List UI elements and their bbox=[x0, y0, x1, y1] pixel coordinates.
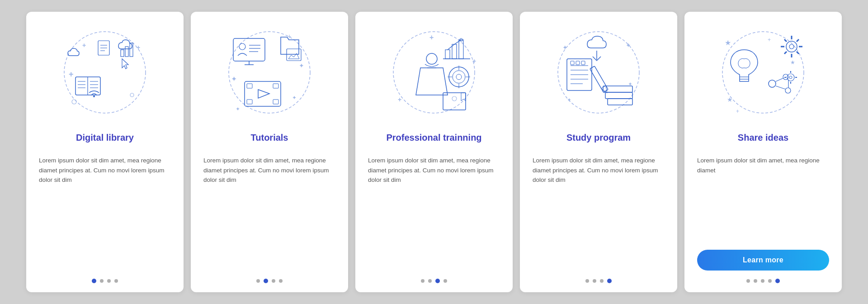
dot-5 bbox=[775, 279, 780, 283]
svg-rect-79 bbox=[605, 92, 632, 99]
svg-text:✦: ✦ bbox=[626, 42, 631, 49]
dot-2 bbox=[428, 279, 432, 283]
dot-2 bbox=[593, 279, 596, 283]
svg-point-85 bbox=[722, 32, 804, 113]
svg-line-97 bbox=[784, 52, 787, 54]
svg-point-104 bbox=[769, 80, 776, 87]
svg-text:★: ★ bbox=[790, 59, 795, 66]
svg-text:+: + bbox=[82, 42, 86, 49]
card-tutorials-title: Tutorials bbox=[251, 126, 288, 149]
svg-marker-10 bbox=[122, 59, 128, 69]
svg-text:✦: ✦ bbox=[231, 75, 237, 83]
cards-container: + + + Digital library Lorem ipsum dolor … bbox=[23, 12, 845, 292]
card-digital-library: + + + Digital library Lorem ipsum dolor … bbox=[26, 12, 184, 292]
svg-line-96 bbox=[797, 39, 799, 42]
svg-rect-47 bbox=[459, 40, 463, 59]
study-program-illustration: ✦ ✦ ✦ ✦ bbox=[549, 23, 648, 122]
svg-text:★: ★ bbox=[727, 96, 733, 103]
tutorials-illustration: ✦ ✦ ✦ ✦ + bbox=[220, 23, 319, 122]
card-study-program: ✦ ✦ ✦ ✦ Study program Lorem ipsum dolor … bbox=[520, 12, 677, 292]
svg-rect-76 bbox=[590, 66, 608, 92]
svg-rect-35 bbox=[247, 100, 252, 104]
svg-text:+: + bbox=[472, 57, 476, 65]
svg-point-22 bbox=[130, 93, 134, 97]
svg-rect-73 bbox=[571, 61, 574, 65]
card-study-program-body: Lorem ipsum dolor sit dim amet, mea regi… bbox=[533, 156, 665, 271]
svg-rect-46 bbox=[452, 44, 457, 59]
svg-line-95 bbox=[797, 52, 799, 54]
svg-text:+: + bbox=[429, 33, 434, 41]
svg-point-88 bbox=[786, 41, 797, 52]
svg-text:✦: ✦ bbox=[567, 97, 571, 103]
digital-library-illustration: + + + bbox=[55, 23, 155, 122]
svg-point-9 bbox=[93, 95, 95, 97]
dot-1 bbox=[585, 279, 589, 283]
dot-4 bbox=[607, 279, 612, 283]
dot-3 bbox=[600, 279, 604, 283]
svg-point-51 bbox=[426, 53, 437, 64]
dot-4 bbox=[279, 279, 283, 283]
svg-text:✦: ✦ bbox=[292, 95, 297, 101]
dot-4 bbox=[443, 279, 447, 283]
card-share-ideas-dots bbox=[746, 279, 780, 283]
svg-rect-36 bbox=[273, 100, 278, 104]
dot-1 bbox=[256, 279, 260, 283]
dot-1 bbox=[746, 279, 750, 283]
svg-marker-37 bbox=[258, 90, 269, 98]
svg-marker-49 bbox=[416, 68, 448, 95]
card-share-ideas: ★ ★ ★ + + Share ideas Lorem ipsum dolor … bbox=[684, 12, 842, 292]
svg-text:+: + bbox=[69, 70, 74, 79]
svg-rect-75 bbox=[581, 61, 585, 65]
svg-text:+: + bbox=[137, 44, 140, 51]
svg-point-25 bbox=[239, 43, 245, 50]
svg-rect-32 bbox=[245, 81, 281, 106]
svg-text:✦: ✦ bbox=[562, 44, 568, 51]
svg-rect-11 bbox=[121, 50, 124, 57]
card-professional-training-body: Lorem ipsum dolor sit dim amet, mea regi… bbox=[368, 156, 500, 271]
card-share-ideas-body: Lorem ipsum dolor sit dim amet, mea regi… bbox=[697, 156, 829, 242]
svg-marker-60 bbox=[461, 93, 466, 101]
card-share-ideas-title: Share ideas bbox=[738, 126, 788, 149]
svg-text:+: + bbox=[736, 108, 739, 114]
learn-more-button[interactable]: Learn more bbox=[697, 250, 829, 271]
dot-2 bbox=[100, 279, 104, 283]
svg-point-21 bbox=[72, 100, 76, 104]
svg-point-64 bbox=[452, 96, 457, 101]
svg-point-99 bbox=[789, 76, 792, 79]
svg-point-89 bbox=[789, 44, 794, 49]
dot-2 bbox=[754, 279, 757, 283]
dot-2 bbox=[264, 279, 268, 283]
card-digital-library-title: Digital library bbox=[76, 126, 134, 149]
card-study-program-title: Study program bbox=[566, 126, 631, 149]
svg-line-108 bbox=[776, 86, 785, 89]
dot-3 bbox=[107, 279, 111, 283]
card-study-program-dots bbox=[585, 279, 612, 283]
svg-text:+: + bbox=[398, 96, 401, 103]
svg-text:✦: ✦ bbox=[236, 106, 240, 112]
svg-point-53 bbox=[453, 71, 465, 83]
svg-text:✦: ✦ bbox=[628, 81, 632, 87]
svg-text:★: ★ bbox=[725, 39, 731, 47]
svg-text:✦: ✦ bbox=[299, 62, 304, 69]
dot-1 bbox=[92, 279, 96, 283]
svg-rect-33 bbox=[247, 84, 252, 88]
card-professional-training: + + + Professional trainning Lorem ipsum… bbox=[355, 12, 513, 292]
svg-rect-24 bbox=[233, 38, 265, 61]
svg-rect-13 bbox=[130, 43, 133, 57]
svg-point-43 bbox=[393, 32, 475, 113]
svg-rect-45 bbox=[445, 50, 450, 59]
dot-1 bbox=[421, 279, 425, 283]
share-ideas-illustration: ★ ★ ★ + + bbox=[713, 23, 813, 122]
professional-training-illustration: + + + bbox=[384, 23, 484, 122]
svg-line-107 bbox=[776, 78, 783, 81]
svg-rect-74 bbox=[576, 61, 580, 65]
svg-rect-34 bbox=[273, 84, 278, 88]
card-digital-library-dots bbox=[92, 279, 118, 283]
dot-3 bbox=[435, 279, 440, 283]
dot-4 bbox=[114, 279, 118, 283]
dot-4 bbox=[768, 279, 772, 283]
dot-3 bbox=[272, 279, 275, 283]
svg-line-94 bbox=[784, 39, 787, 42]
svg-rect-12 bbox=[125, 47, 128, 57]
card-professional-training-title: Professional trainning bbox=[386, 126, 481, 149]
